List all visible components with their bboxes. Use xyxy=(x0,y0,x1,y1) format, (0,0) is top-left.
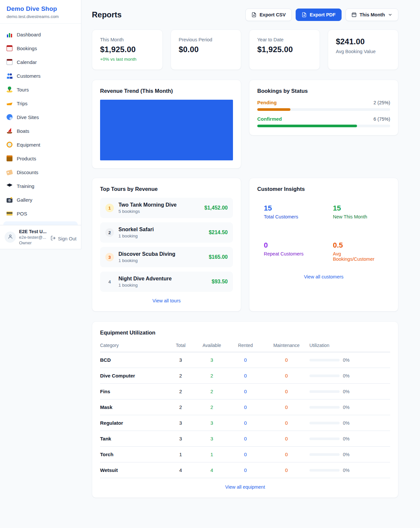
boats-sailboat-icon xyxy=(7,128,12,134)
sidebar-item-reports-partial[interactable] xyxy=(3,221,78,225)
sidebar-item[interactable]: POS xyxy=(3,207,78,220)
trips-boat-icon xyxy=(7,100,12,106)
page-title: Reports xyxy=(92,10,122,19)
pos-card-icon xyxy=(7,211,12,216)
utilization-percent: 0% xyxy=(343,357,349,363)
rank-badge: 4 xyxy=(105,277,114,286)
user-email: e2e-tester@... xyxy=(19,235,47,240)
chevron-down-icon xyxy=(388,12,392,17)
insight-tile: 0 Repeat Customers xyxy=(257,235,321,268)
equipment-category: Mask xyxy=(100,404,165,410)
sidebar-item-label: Customers xyxy=(17,73,41,79)
export-pdf-label: Export PDF xyxy=(310,12,336,17)
sidebar-item-label: Bookings xyxy=(17,46,37,51)
stat-value: $1,925.00 xyxy=(100,45,155,54)
tour-bookings: 1 booking xyxy=(118,283,207,288)
sidebar-item-label: Tours xyxy=(17,87,29,92)
sidebar-item[interactable]: Training xyxy=(3,179,78,193)
equipment-rented: 0 xyxy=(227,373,263,378)
user-name: E2E Test U... xyxy=(19,229,47,234)
user-role: Owner xyxy=(19,240,47,245)
equipment-rented: 0 xyxy=(227,467,263,473)
export-pdf-button[interactable]: Export PDF xyxy=(296,9,342,21)
equipment-total: 4 xyxy=(165,467,196,473)
insight-tile: 0.5 Avg Bookings/Customer xyxy=(326,235,390,268)
tour-name: Snorkel Safari xyxy=(118,227,204,233)
status-count: 2 (25%) xyxy=(373,100,390,105)
bookings-calendar-icon xyxy=(7,45,12,51)
column-header-utilization: Utilization xyxy=(309,343,390,348)
equipment-rented: 0 xyxy=(227,357,263,363)
column-header-available: Available xyxy=(196,343,227,348)
insights-row: Top Tours by Revenue 1 Two Tank Morning … xyxy=(92,178,398,312)
bookings-by-status-card: Bookings by Status Pending 2 (25%) Confi… xyxy=(249,80,398,135)
stat-label: Previous Period xyxy=(179,37,233,42)
tour-row: 2 Snorkel Safari 1 booking $214.50 xyxy=(100,222,233,243)
brand[interactable]: Demo Dive Shop demo.test.divestreams.com xyxy=(0,0,81,24)
sidebar-item[interactable]: Dashboard xyxy=(3,28,78,41)
sidebar-item[interactable]: Gallery xyxy=(3,193,78,207)
sidebar-item-label: Dashboard xyxy=(17,32,41,37)
rank-badge: 2 xyxy=(105,228,114,237)
sidebar-item[interactable]: Dive Sites xyxy=(3,110,78,124)
stat-card: Previous Period $0.00 xyxy=(171,30,242,70)
sidebar-item[interactable]: Products xyxy=(3,152,78,165)
utilization-percent: 0% xyxy=(343,420,349,426)
tours-island-icon xyxy=(7,87,12,92)
equipment-maintenance: 0 xyxy=(263,404,309,410)
equipment-row: Regulator 3 3 0 0 0% xyxy=(100,415,390,431)
insight-tiles: 15 Total Customers 15 New This Month 0 R… xyxy=(257,198,390,268)
equipment-total: 2 xyxy=(165,404,196,410)
equipment-row: BCD 3 3 0 0 0% xyxy=(100,352,390,368)
sidebar-item-label: Gallery xyxy=(17,197,32,203)
sidebar-item[interactable]: Calendar xyxy=(3,55,78,69)
tour-row: 4 Night Dive Adventure 1 booking $93.50 xyxy=(100,272,233,292)
sidebar-item[interactable]: Discounts xyxy=(3,165,78,179)
equipment-category: Torch xyxy=(100,452,165,457)
tour-name: Night Dive Adventure xyxy=(118,276,207,282)
sidebar-item[interactable]: Customers xyxy=(3,69,78,83)
equipment-rented: 0 xyxy=(227,436,263,441)
equipment-row: Mask 2 2 0 0 0% xyxy=(100,399,390,415)
insight-value: 15 xyxy=(264,204,315,213)
utilization-bar-track xyxy=(309,406,340,409)
tour-bookings: 5 bookings xyxy=(118,209,200,214)
top-tours-title: Top Tours by Revenue xyxy=(100,186,233,192)
stat-label: Year to Date xyxy=(257,37,312,42)
equipment-category: Fins xyxy=(100,389,165,394)
sign-out-button[interactable]: Sign Out xyxy=(51,235,76,242)
sidebar-item[interactable]: Trips xyxy=(3,96,78,110)
sidebar-item-label: Equipment xyxy=(17,142,40,148)
equipment-maintenance: 0 xyxy=(263,436,309,441)
rank-badge: 1 xyxy=(105,204,114,212)
equipment-available: 1 xyxy=(196,452,227,457)
equipment-maintenance: 0 xyxy=(263,389,309,394)
discounts-tag-icon xyxy=(6,170,13,175)
utilization-bar-track xyxy=(309,453,340,456)
status-list: Pending 2 (25%) Confirmed 6 (75%) xyxy=(257,100,390,127)
utilization-percent: 0% xyxy=(343,405,349,410)
revenue-trend-chart xyxy=(100,100,233,160)
insight-value: 0.5 xyxy=(333,241,384,250)
sidebar-item[interactable]: Boats xyxy=(3,124,78,138)
brand-name[interactable]: Demo Dive Shop xyxy=(7,5,74,12)
equipment-row: Fins 2 2 0 0 0% xyxy=(100,384,390,399)
charts-row: Revenue Trend (This Month) Bookings by S… xyxy=(92,80,398,169)
stat-label: Avg Booking Value xyxy=(336,49,390,54)
equipment-utilization-title: Equipment Utilization xyxy=(100,330,390,336)
sidebar-item[interactable]: Bookings xyxy=(3,41,78,55)
sidebar-item[interactable]: Tours xyxy=(3,83,78,96)
view-all-tours-link[interactable]: View all tours xyxy=(100,298,233,303)
sidebar-item[interactable]: Equipment xyxy=(3,138,78,152)
equipment-rented: 0 xyxy=(227,389,263,394)
export-csv-button[interactable]: Export CSV xyxy=(245,9,292,21)
status-progress-track xyxy=(257,108,390,111)
period-dropdown[interactable]: This Month xyxy=(346,9,398,21)
view-all-equipment-link[interactable]: View all equipment xyxy=(100,484,390,490)
status-progress-fill xyxy=(257,125,357,127)
equipment-total: 3 xyxy=(165,436,196,441)
utilization-bar-track xyxy=(309,359,340,361)
view-all-customers-link[interactable]: View all customers xyxy=(257,274,390,279)
insight-tile: 15 Total Customers xyxy=(257,198,321,230)
equipment-table-header: Category Total Available Rented Maintena… xyxy=(100,341,390,352)
